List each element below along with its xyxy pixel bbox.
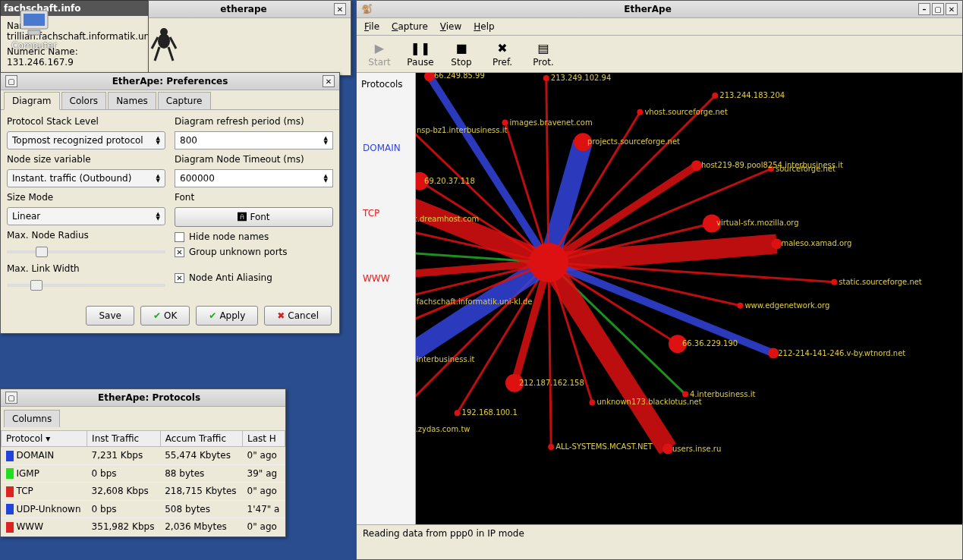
splash-titlebar[interactable]: etherape ✕	[149, 1, 351, 18]
node-label[interactable]: sourceforge.net	[776, 165, 836, 173]
tab-names[interactable]: Names	[108, 92, 156, 109]
col-last[interactable]: Last H	[243, 431, 285, 447]
node-label[interactable]: www.edgenetwork.org	[744, 301, 829, 310]
node-label[interactable]: static.sourceforge.net	[839, 278, 922, 286]
minimize-icon[interactable]: ▢	[5, 392, 17, 404]
tab-colors[interactable]: Colors	[61, 92, 107, 109]
node-label[interactable]: projects.sourceforge.net	[587, 137, 680, 146]
svg-point-64	[502, 120, 508, 126]
hide-names-checkbox[interactable]: Hide node names	[175, 231, 333, 242]
svg-point-50	[548, 444, 554, 450]
sort-icon: ▾	[46, 433, 50, 444]
ok-button[interactable]: ✔OK	[140, 306, 190, 326]
minimize-icon[interactable]: ▢	[5, 75, 17, 87]
protocol-item[interactable]: DOMAIN	[357, 138, 415, 158]
save-button[interactable]: Save	[86, 306, 134, 326]
node-label[interactable]: virtual-sfx.mozilla.org	[716, 219, 799, 227]
start-button[interactable]: ▶Start	[364, 40, 395, 68]
max-node-radius-slider[interactable]	[7, 245, 165, 259]
protocols-panel: Protocols DOMAINTCPWWW	[357, 73, 416, 524]
check-icon: ✔	[209, 310, 216, 321]
svg-point-49	[589, 399, 595, 405]
node-label[interactable]: basic-cid.mark.dreamhost.com	[416, 215, 479, 223]
col-accum[interactable]: Accum Traffic	[160, 431, 242, 447]
antialias-checkbox[interactable]: ✕Node Anti Aliasing	[175, 272, 333, 283]
menu-help[interactable]: Help	[474, 21, 494, 32]
protocol-stack-select[interactable]: Topmost recognized protocol▲▼	[7, 131, 165, 149]
refresh-label: Diagram refresh period (ms)	[175, 116, 333, 127]
stop-button[interactable]: ■Stop	[446, 40, 477, 68]
node-size-select[interactable]: Instant. traffic (Outbound)▲▼	[7, 169, 165, 187]
svg-rect-1	[24, 14, 45, 26]
node-label[interactable]: 213.244.183.204	[719, 91, 785, 99]
desktop-icon-label: Computer	[8, 40, 61, 51]
node-label[interactable]: 213.249.102.94	[551, 74, 612, 82]
apply-button[interactable]: ✔Apply	[196, 306, 258, 326]
node-label[interactable]: ns.interbusiness.it	[416, 355, 475, 363]
node-label[interactable]: trillian.fachschaft.informatik.uni-kl.de	[416, 297, 532, 306]
network-canvas[interactable]: projects.sourceforge.netvhost.sourceforg…	[416, 73, 962, 524]
protocols-window: ▢ EtherApe: Protocols Columns Protocol ▾…	[0, 389, 286, 537]
protocol-stack-label: Protocol Stack Level	[7, 116, 165, 127]
size-mode-select[interactable]: Linear▲▼	[7, 207, 165, 225]
protocol-item[interactable]: WWW	[357, 269, 415, 288]
ape-icon: 🐒	[361, 4, 373, 14]
table-row[interactable]: WWW351,982 Kbps2,036 Mbytes0" ago	[2, 518, 285, 536]
close-icon[interactable]: ✕	[323, 75, 335, 87]
svg-point-35	[529, 243, 568, 282]
svg-point-42	[771, 238, 782, 249]
svg-point-52	[455, 410, 461, 416]
col-protocol[interactable]: Protocol ▾	[2, 431, 87, 447]
timeout-spinner[interactable]: 600000▲▼	[175, 169, 333, 187]
node-label[interactable]: 69.20.37.118	[424, 177, 475, 185]
node-label[interactable]: vhost.sourceforge.net	[644, 108, 728, 116]
prot-button[interactable]: ▤Prot.	[528, 40, 559, 68]
node-label[interactable]: unknown173.blacklotus.net	[596, 398, 701, 406]
node-label[interactable]: maleso.xamad.org	[781, 239, 851, 247]
pause-button[interactable]: ❚❚Pause	[405, 40, 436, 68]
menu-capture[interactable]: Capture	[392, 21, 428, 32]
node-label[interactable]: 66.36.229.190	[682, 339, 738, 348]
node-label[interactable]: users.inse.ru	[672, 445, 721, 453]
close-icon[interactable]: ✕	[946, 3, 958, 15]
svg-rect-2	[28, 30, 40, 35]
max-link-width-slider[interactable]	[7, 278, 165, 292]
font-label: Font	[175, 192, 333, 203]
menu-file[interactable]: File	[364, 21, 379, 32]
table-row[interactable]: UDP-Unknown0 bps508 bytes1'47" a	[2, 500, 285, 518]
menu-view[interactable]: View	[440, 21, 461, 32]
maximize-icon[interactable]: ▢	[932, 3, 944, 15]
node-label[interactable]: 212-214-141-246.v-by.wtnord.net	[778, 349, 905, 357]
cancel-button[interactable]: ✖Cancel	[264, 306, 332, 326]
protocols-titlebar[interactable]: ▢ EtherApe: Protocols	[1, 389, 285, 407]
pref-button[interactable]: ✖Pref.	[487, 40, 518, 68]
tab-capture[interactable]: Capture	[158, 92, 211, 109]
font-button[interactable]: 🅰Font	[175, 207, 333, 227]
table-row[interactable]: DOMAIN7,231 Kbps55,474 Kbytes0" ago	[2, 447, 285, 465]
protocol-item[interactable]: TCP	[357, 203, 415, 223]
spinner-arrows-icon[interactable]: ▲▼	[324, 136, 328, 145]
minimize-icon[interactable]: –	[918, 3, 930, 15]
tab-diagram[interactable]: Diagram	[4, 92, 60, 110]
refresh-spinner[interactable]: 800▲▼	[175, 131, 333, 149]
node-label[interactable]: images.bravenet.com	[510, 118, 593, 127]
spinner-arrows-icon[interactable]: ▲▼	[324, 174, 328, 183]
group-ports-checkbox[interactable]: ✕Group unknown ports	[175, 247, 333, 257]
columns-button[interactable]: Columns	[4, 410, 60, 427]
check-icon: ✔	[153, 310, 161, 321]
svg-point-44	[737, 303, 743, 309]
node-label[interactable]: ALL-SYSTEMS.MCAST.NET	[555, 442, 653, 451]
col-inst[interactable]: Inst Traffic	[87, 431, 161, 447]
node-label[interactable]: ad1156.zydas.com.tw	[416, 425, 470, 433]
node-label[interactable]: nsp-bz1.interbusiness.it	[417, 126, 507, 134]
table-row[interactable]: IGMP0 bps88 bytes39" ag	[2, 464, 285, 483]
node-label[interactable]: 192.168.100.1	[462, 408, 518, 417]
desktop-icon-computer[interactable]: Computer	[8, 8, 61, 51]
main-titlebar[interactable]: 🐒 EtherApe – ▢ ✕	[357, 1, 962, 18]
close-icon[interactable]: ✕	[334, 3, 346, 15]
node-label[interactable]: 66.249.85.99	[434, 73, 485, 80]
node-label[interactable]: 212.187.162.158	[519, 379, 584, 387]
prefs-titlebar[interactable]: ▢ EtherApe: Preferences ✕	[1, 73, 339, 90]
table-row[interactable]: TCP32,608 Kbps218,715 Kbytes0" ago	[2, 483, 285, 501]
node-label[interactable]: 4.interbusiness.it	[690, 390, 755, 398]
